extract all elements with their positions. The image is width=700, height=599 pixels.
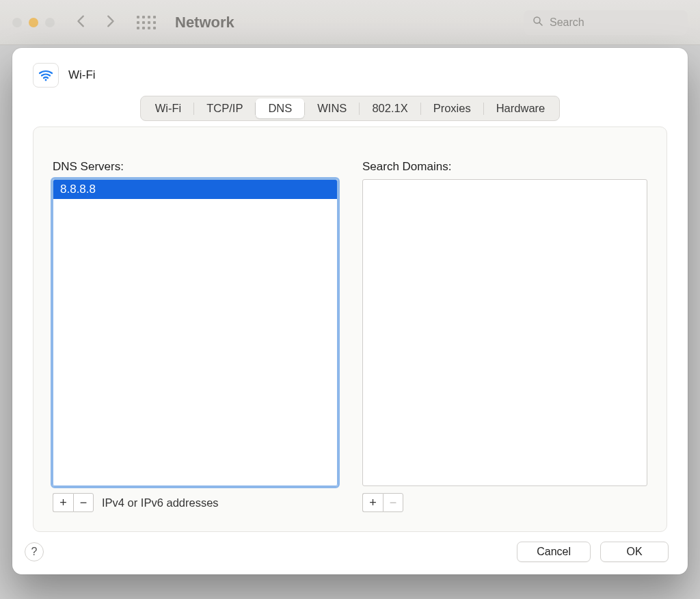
sheet-footer: ? Cancel OK (12, 532, 688, 574)
search-domains-list[interactable] (362, 179, 647, 486)
tab-802-1x[interactable]: 802.1X (360, 98, 420, 118)
tab-tcp-ip[interactable]: TCP/IP (194, 98, 255, 118)
window-toolbar: Network Search (0, 0, 700, 45)
search-domains-addremove: + − (362, 493, 403, 512)
search-input[interactable]: Search (524, 10, 688, 35)
window-title: Network (175, 14, 234, 31)
close-window-icon[interactable] (12, 18, 22, 27)
nav-arrows (74, 14, 118, 31)
cancel-button[interactable]: Cancel (517, 542, 591, 562)
nav-forward-icon[interactable] (103, 14, 118, 31)
dns-address-hint: IPv4 or IPv6 addresses (102, 496, 219, 509)
tab-wi-fi[interactable]: Wi-Fi (143, 98, 193, 118)
tab-hardware[interactable]: Hardware (484, 98, 558, 118)
help-button[interactable]: ? (25, 542, 44, 561)
all-prefs-icon[interactable] (137, 16, 156, 29)
dns-servers-label: DNS Servers: (53, 160, 338, 174)
svg-point-2 (45, 79, 47, 81)
tab-dns[interactable]: DNS (256, 98, 304, 118)
dns-servers-list[interactable]: 8.8.8.8 (53, 179, 338, 486)
sheet-title: Wi-Fi (68, 68, 96, 82)
dns-panel: DNS Servers: 8.8.8.8 + − IPv4 or IPv6 ad… (33, 127, 667, 532)
window-controls (12, 18, 55, 27)
search-placeholder: Search (550, 16, 584, 29)
svg-line-1 (539, 23, 542, 25)
remove-dns-server-button[interactable]: − (73, 493, 94, 512)
add-search-domain-button[interactable]: + (362, 493, 383, 512)
wifi-service-icon (33, 63, 59, 88)
minimize-window-icon[interactable] (29, 18, 38, 27)
svg-point-0 (534, 17, 540, 23)
remove-search-domain-button[interactable]: − (383, 493, 403, 512)
dns-servers-addremove: + − (53, 493, 94, 512)
sheet-header: Wi-Fi (12, 48, 688, 92)
network-advanced-sheet: Wi-Fi Wi-FiTCP/IPDNSWINS802.1XProxiesHar… (12, 48, 688, 574)
dns-server-row[interactable]: 8.8.8.8 (53, 180, 337, 199)
tab-wins[interactable]: WINS (305, 98, 359, 118)
nav-back-icon[interactable] (74, 14, 89, 31)
add-dns-server-button[interactable]: + (53, 493, 73, 512)
ok-button[interactable]: OK (600, 542, 669, 562)
search-domains-label: Search Domains: (362, 160, 647, 174)
zoom-window-icon[interactable] (45, 18, 55, 27)
search-domains-column: Search Domains: + − (362, 160, 647, 512)
tabbar: Wi-FiTCP/IPDNSWINS802.1XProxiesHardware (140, 96, 560, 121)
search-icon (532, 15, 550, 30)
tab-proxies[interactable]: Proxies (421, 98, 483, 118)
dns-servers-column: DNS Servers: 8.8.8.8 + − IPv4 or IPv6 ad… (53, 160, 338, 512)
